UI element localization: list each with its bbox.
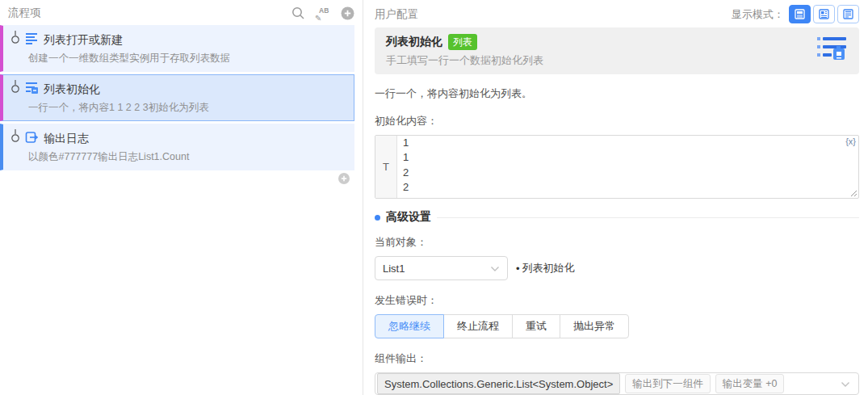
init-content-label: 初始化内容：	[375, 114, 859, 128]
on-error-options: 忽略继续 终止流程 重试 抛出异常	[375, 314, 629, 338]
node-pin-icon[interactable]	[11, 31, 19, 49]
init-content-editor: T 1 1 2 2 3 {x}	[375, 135, 859, 199]
section-dot-icon	[375, 215, 380, 221]
right-panel-title: 用户配置	[375, 7, 418, 22]
chevron-down-icon	[490, 261, 500, 275]
component-output-select[interactable]: System.Collections.Generic.List<System.O…	[375, 372, 859, 395]
text-mode-toggle[interactable]: T	[375, 136, 397, 198]
component-output-label: 组件输出：	[375, 351, 859, 366]
display-mode-medium-button[interactable]	[813, 5, 835, 23]
item-title: 输出日志	[44, 132, 89, 146]
error-option-terminate[interactable]: 终止流程	[443, 314, 513, 338]
component-description: 一行一个，将内容初始化为列表。	[375, 86, 859, 101]
current-object-label: 当前对象：	[375, 235, 859, 250]
list-init-large-icon	[817, 36, 848, 66]
error-option-throw[interactable]: 抛出异常	[560, 314, 629, 338]
item-title: 列表打开或新建	[44, 33, 123, 48]
component-header-card: 列表初始化 列表 手工填写一行一个数据初始化列表	[375, 27, 859, 74]
output-log-icon	[25, 131, 38, 147]
error-option-ignore-continue[interactable]: 忽略继续	[375, 314, 444, 338]
current-object-select[interactable]: List1	[375, 256, 508, 280]
component-subtitle: 手工填写一行一个数据初始化列表	[386, 53, 543, 68]
node-pin-icon[interactable]	[11, 129, 19, 148]
search-icon[interactable]	[291, 6, 305, 20]
add-item-icon[interactable]	[341, 6, 354, 20]
resize-handle-icon[interactable]	[850, 190, 858, 197]
init-content-textarea[interactable]: 1 1 2 2 3	[397, 136, 858, 198]
component-category-badge: 列表	[448, 34, 477, 50]
append-item-icon[interactable]	[338, 173, 350, 187]
left-panel-title: 流程项	[8, 6, 41, 20]
display-mode-group	[789, 5, 859, 23]
process-item-output-log[interactable]: 输出日志 以颜色#777777输出日志List1.Count	[0, 124, 354, 170]
list-init-icon	[25, 82, 38, 97]
display-mode-full-button[interactable]	[837, 5, 859, 23]
output-variable-tag[interactable]: 输出变量 +0	[715, 374, 785, 393]
list-icon	[25, 32, 38, 48]
item-subtitle: 以颜色#777777输出日志List1.Count	[28, 150, 347, 164]
item-subtitle: 一行一个，将内容1 1 2 2 3初始化为列表	[28, 101, 347, 115]
error-option-retry[interactable]: 重试	[512, 314, 560, 338]
chevron-down-icon	[841, 376, 850, 391]
user-config-panel: 用户配置 显示模式： 列表初始化 列表 手工	[363, 0, 868, 395]
rpa-config-window: 流程项 AB ✎	[0, 0, 868, 395]
output-to-next-tag[interactable]: 输出到下一组件	[625, 374, 711, 393]
output-type-tag: System.Collections.Generic.List<System.O…	[377, 373, 620, 394]
current-object-note: 列表初始化	[522, 261, 575, 275]
section-divider	[437, 217, 859, 218]
display-mode-label: 显示模式：	[732, 7, 784, 22]
current-object-value: List1	[383, 263, 490, 275]
process-item-list-init[interactable]: 列表初始化 一行一个，将内容1 1 2 2 3初始化为列表	[0, 74, 354, 121]
on-error-label: 发生错误时：	[375, 293, 859, 308]
component-title: 列表初始化	[386, 35, 442, 49]
item-subtitle: 创建一个一维数组类型实例用于存取列表数据	[28, 52, 347, 65]
left-panel-header: 流程项 AB ✎	[0, 0, 363, 25]
variable-icon[interactable]: {x}	[845, 137, 856, 146]
bullet-icon: •	[516, 263, 520, 275]
node-pin-icon[interactable]	[11, 80, 19, 99]
batch-rename-icon[interactable]: AB ✎	[315, 6, 331, 20]
process-item-list-open[interactable]: 列表打开或新建 创建一个一维数组类型实例用于存取列表数据	[0, 25, 354, 72]
display-mode-simple-button[interactable]	[789, 5, 811, 23]
advanced-settings-title: 高级设置	[386, 210, 431, 225]
item-title: 列表初始化	[44, 82, 100, 97]
process-items-panel: 流程项 AB ✎	[0, 0, 363, 395]
